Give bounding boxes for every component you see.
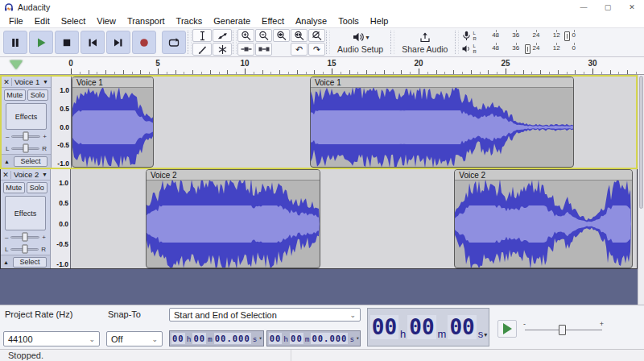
track-waveform-lane[interactable]: Voice 2Voice 2 (71, 169, 637, 268)
close-button[interactable]: ✕ (620, 0, 644, 14)
menu-item-tools[interactable]: Tools (332, 16, 365, 26)
track-waveform-lane[interactable]: Voice 1Voice 1 (72, 77, 636, 168)
menu-item-analyse[interactable]: Analyse (290, 16, 332, 26)
menu-item-view[interactable]: View (91, 16, 122, 26)
skip-to-start-button[interactable] (80, 31, 105, 54)
toolbar-grip[interactable] (455, 31, 459, 54)
track-menu-caret-icon[interactable]: ▼ (42, 172, 50, 177)
play-button[interactable] (29, 31, 53, 54)
skip-to-end-button[interactable] (106, 31, 130, 54)
menu-item-help[interactable]: Help (365, 16, 394, 26)
pan-slider[interactable]: L R (1, 243, 50, 255)
trim-audio-button[interactable] (237, 43, 254, 56)
solo-button[interactable]: Solo (27, 89, 49, 101)
clip-title[interactable]: Voice 2 (455, 170, 631, 180)
track-close-icon[interactable]: ✕ (1, 171, 11, 179)
effects-button[interactable]: Effects (6, 103, 47, 130)
project-rate-select[interactable]: 44100 ⌄ (3, 331, 100, 346)
mute-button[interactable]: Mute (3, 182, 25, 193)
pause-button[interactable] (3, 31, 27, 54)
recording-meter[interactable]: L R 48 36 24 12 0 (460, 30, 580, 43)
speaker-icon (460, 44, 473, 53)
collapse-track-icon[interactable]: ▲ (4, 159, 14, 164)
menu-item-select[interactable]: Select (56, 16, 92, 26)
redo-button[interactable]: ↷ (308, 43, 325, 56)
clip-title[interactable]: Voice 1 (311, 77, 573, 88)
record-button[interactable] (132, 31, 156, 54)
share-audio-button[interactable]: Share Audio (395, 29, 454, 56)
undo-button[interactable]: ↶ (291, 43, 308, 56)
pan-slider-thumb[interactable] (22, 245, 27, 254)
toolbar-grip[interactable] (233, 31, 237, 54)
audio-clip[interactable]: Voice 1 (72, 77, 154, 168)
selection-end-field[interactable]: 00h 00m 00.000s ▾ (266, 330, 361, 346)
timeline-tick-label: 10 (240, 59, 249, 68)
zoom-out-button[interactable] (255, 29, 272, 42)
toolbar-grip[interactable] (326, 31, 330, 54)
speaker-icon (352, 31, 365, 43)
menu-item-file[interactable]: File (3, 16, 29, 26)
minimize-button[interactable]: — (572, 0, 596, 14)
playback-volume-slider[interactable] (525, 44, 530, 54)
audio-setup-button[interactable]: ▾ Audio Setup (331, 29, 390, 56)
play-at-speed-button[interactable] (497, 320, 517, 338)
vertical-scale-ruler[interactable]: 1.0 0.5 0.0 -0.5 -1.0 (51, 169, 71, 268)
solo-button[interactable]: Solo (27, 182, 48, 193)
snap-to-label: Snap-To (106, 308, 163, 319)
audio-clip[interactable]: Voice 2 (454, 169, 632, 268)
menu-item-effect[interactable]: Effect (256, 16, 290, 26)
speed-slider-thumb[interactable] (559, 325, 566, 335)
collapse-track-icon[interactable]: ▲ (3, 259, 13, 265)
zoom-toggle-button[interactable] (308, 29, 325, 42)
menu-item-transport[interactable]: Transport (122, 16, 171, 26)
vertical-scale-ruler[interactable]: 1.0 0.5 0.0 -0.5 -1.0 (52, 77, 72, 168)
select-track-button[interactable]: Select (13, 257, 47, 268)
envelope-tool-button[interactable] (213, 29, 232, 42)
track-menu-caret-icon[interactable]: ▼ (43, 79, 51, 85)
selection-mode-select[interactable]: Start and End of Selection ⌄ (169, 308, 361, 322)
audio-position-display[interactable]: 00h 00m 00s ▾ (367, 308, 489, 346)
gain-slider-thumb[interactable] (23, 233, 28, 242)
track-name[interactable]: Voice 2 (11, 170, 42, 179)
menu-item-edit[interactable]: Edit (29, 16, 56, 26)
gain-slider-thumb[interactable] (23, 132, 29, 141)
timeline-play-marker-icon[interactable] (10, 60, 23, 69)
zoom-fit-button[interactable] (291, 29, 308, 42)
zoom-in-button[interactable] (237, 29, 254, 42)
toolbar-grip[interactable] (390, 31, 394, 54)
menu-item-generate[interactable]: Generate (208, 16, 256, 26)
draw-tool-button[interactable] (192, 43, 212, 56)
audio-clip[interactable]: Voice 2 (146, 169, 320, 268)
timeline-ruler[interactable]: 051015202530 (0, 57, 644, 75)
vertical-scrollbar-thumb[interactable] (639, 76, 643, 209)
selection-start-field[interactable]: 00h 00m 00.000s ▾ (169, 330, 264, 346)
edit-toolbar-spacer (273, 43, 290, 56)
window-title: Audacity (18, 2, 50, 12)
toolbar-grip[interactable] (188, 31, 192, 54)
recording-volume-slider[interactable] (564, 31, 570, 41)
snap-to-select[interactable]: Off ⌄ (106, 331, 163, 346)
playback-meter[interactable]: L R 48 36 24 12 0 (460, 43, 580, 56)
zoom-selection-button[interactable] (273, 29, 290, 42)
loop-button[interactable] (162, 31, 186, 54)
clip-title[interactable]: Voice 2 (147, 170, 320, 180)
pan-slider-thumb[interactable] (23, 144, 28, 153)
audio-clip[interactable]: Voice 1 (310, 77, 574, 168)
silence-audio-button[interactable] (255, 43, 272, 56)
playback-speed-slider[interactable]: - + (523, 320, 604, 338)
gain-slider[interactable]: – + (2, 131, 51, 142)
clip-title[interactable]: Voice 1 (72, 77, 153, 88)
effects-button[interactable]: Effects (5, 196, 46, 230)
selection-tool-button[interactable] (192, 29, 212, 42)
pan-slider[interactable]: L R (2, 143, 51, 154)
mute-button[interactable]: Mute (4, 89, 26, 101)
stop-button[interactable] (55, 31, 79, 54)
menu-item-tracks[interactable]: Tracks (171, 16, 208, 26)
select-track-button[interactable]: Select (14, 156, 47, 167)
gain-slider[interactable]: – + (1, 231, 50, 243)
track-close-icon[interactable]: ✕ (2, 78, 12, 86)
track-name[interactable]: Voice 1 (12, 77, 43, 86)
multi-tool-button[interactable] (213, 43, 232, 56)
vertical-scrollbar[interactable] (638, 75, 644, 305)
maximize-button[interactable]: ▢ (596, 0, 620, 14)
